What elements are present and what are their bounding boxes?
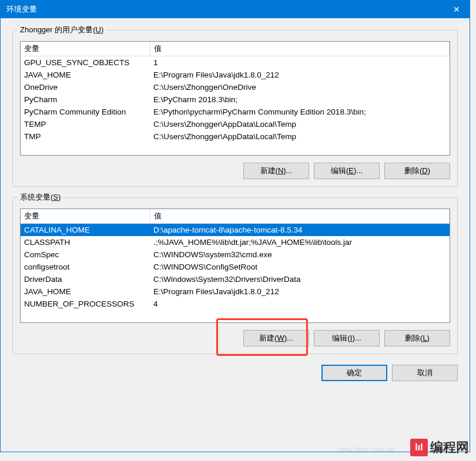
table-row[interactable]: GPU_USE_SYNC_OBJECTS1 [21, 56, 450, 69]
table-row[interactable]: DriverDataC:\Windows\System32\Drivers\Dr… [21, 273, 450, 285]
table-row[interactable]: JAVA_HOMEE:\Program Files\Java\jdk1.8.0_… [21, 285, 450, 298]
dialog-content: Zhongger 的用户变量(U) 变量 值 GPU_USE_SYNC_OBJE… [1, 18, 470, 452]
cell-value: C:\Users\Zhongger\AppData\Local\Temp [150, 118, 450, 130]
cell-variable: GPU_USE_SYNC_OBJECTS [21, 56, 150, 69]
user-col-value[interactable]: 值 [150, 42, 450, 56]
cell-value: E:\Program Files\Java\jdk1.8.0_212 [150, 285, 450, 298]
cell-variable: JAVA_HOME [21, 285, 150, 298]
system-button-row: 新建(W)... 编辑(I)... 删除(L) [20, 330, 450, 346]
cancel-button[interactable]: 取消 [392, 365, 458, 381]
cell-value: 4 [150, 298, 450, 310]
table-row[interactable]: TEMPC:\Users\Zhongger\AppData\Local\Temp [21, 118, 450, 130]
table-row[interactable]: PyCharm Community EditionE:\Python\pycha… [21, 106, 450, 118]
table-row[interactable]: TMPC:\Users\Zhongger\AppData\Local\Temp [21, 130, 450, 143]
cell-value: C:\WINDOWS\ConfigSetRoot [150, 261, 450, 273]
dialog-button-row: 确定 取消 [12, 365, 458, 381]
table-row[interactable]: NUMBER_OF_PROCESSORS4 [21, 298, 450, 310]
table-row[interactable]: CLASSPATH.;%JAVA_HOME%\lib\dt.jar;%JAVA_… [21, 236, 450, 248]
cell-value: E:\Python\pycharm\PyCharm Community Edit… [150, 106, 450, 118]
close-icon: ✕ [453, 5, 460, 14]
system-new-button[interactable]: 新建(W)... [243, 330, 309, 346]
system-delete-button[interactable]: 删除(L) [384, 330, 450, 346]
table-row[interactable]: configsetrootC:\WINDOWS\ConfigSetRoot [21, 261, 450, 273]
cell-value: E:\PyCharm 2018.3\bin; [150, 93, 450, 106]
system-variables-table[interactable]: 变量 值 CATALINA_HOMED:\apache-tomcat-8\apa… [20, 208, 450, 323]
user-variables-table[interactable]: 变量 值 GPU_USE_SYNC_OBJECTS1JAVA_HOMEE:\Pr… [20, 41, 450, 156]
user-new-button[interactable]: 新建(N)... [243, 163, 309, 179]
table-row[interactable]: OneDriveC:\Users\Zhongger\OneDrive [21, 81, 450, 93]
table-row[interactable]: CATALINA_HOMED:\apache-tomcat-8\apache-t… [21, 224, 450, 237]
user-edit-button[interactable]: 编辑(E)... [314, 163, 380, 179]
cell-value: 1 [150, 56, 450, 69]
user-button-row: 新建(N)... 编辑(E)... 删除(D) [20, 163, 450, 179]
cell-variable: configsetroot [21, 261, 150, 273]
cell-variable: ComSpec [21, 248, 150, 261]
ok-button[interactable]: 确定 [321, 365, 387, 381]
system-variables-label: 系统变量(S) [18, 192, 63, 203]
close-button[interactable]: ✕ [443, 1, 470, 18]
cell-variable: CLASSPATH [21, 236, 150, 248]
cell-variable: TMP [21, 130, 150, 143]
cell-variable: JAVA_HOME [21, 69, 150, 81]
cell-value: C:\Users\Zhongger\AppData\Local\Temp [150, 130, 450, 143]
environment-variables-dialog: 环境变量 ✕ Zhongger 的用户变量(U) 变量 值 G [0, 0, 470, 452]
window-title: 环境变量 [6, 4, 37, 15]
user-delete-button[interactable]: 删除(D) [384, 163, 450, 179]
cell-value: C:\WINDOWS\system32\cmd.exe [150, 248, 450, 261]
cell-value: D:\apache-tomcat-8\apache-tomcat-8.5.34 [150, 224, 450, 237]
table-row[interactable]: ComSpecC:\WINDOWS\system32\cmd.exe [21, 248, 450, 261]
user-variables-group: Zhongger 的用户变量(U) 变量 值 GPU_USE_SYNC_OBJE… [12, 30, 458, 187]
user-variables-label: Zhongger 的用户变量(U) [18, 25, 106, 35]
cell-value: C:\Windows\System32\Drivers\DriverData [150, 273, 450, 285]
cell-variable: CATALINA_HOME [21, 224, 150, 237]
cell-value: C:\Users\Zhongger\OneDrive [150, 81, 450, 93]
cell-value: E:\Program Files\Java\jdk1.8.0_212 [150, 69, 450, 81]
system-edit-button[interactable]: 编辑(I)... [314, 330, 380, 346]
user-col-variable[interactable]: 变量 [21, 42, 150, 56]
table-row[interactable]: JAVA_HOMEE:\Program Files\Java\jdk1.8.0_… [21, 69, 450, 81]
cell-value: .;%JAVA_HOME%\lib\dt.jar;%JAVA_HOME%\lib… [150, 236, 450, 248]
cell-variable: DriverData [21, 273, 150, 285]
cell-variable: PyCharm Community Edition [21, 106, 150, 118]
cell-variable: PyCharm [21, 93, 150, 106]
titlebar: 环境变量 ✕ [1, 1, 470, 18]
cell-variable: OneDrive [21, 81, 150, 93]
system-col-variable[interactable]: 变量 [21, 209, 150, 224]
system-variables-group: 系统变量(S) 变量 值 CATALINA_HOMED:\apache-tomc… [12, 197, 458, 354]
cell-variable: NUMBER_OF_PROCESSORS [21, 298, 150, 310]
cell-variable: TEMP [21, 118, 150, 130]
system-col-value[interactable]: 值 [150, 209, 450, 224]
table-row[interactable]: PyCharmE:\PyCharm 2018.3\bin; [21, 93, 450, 106]
